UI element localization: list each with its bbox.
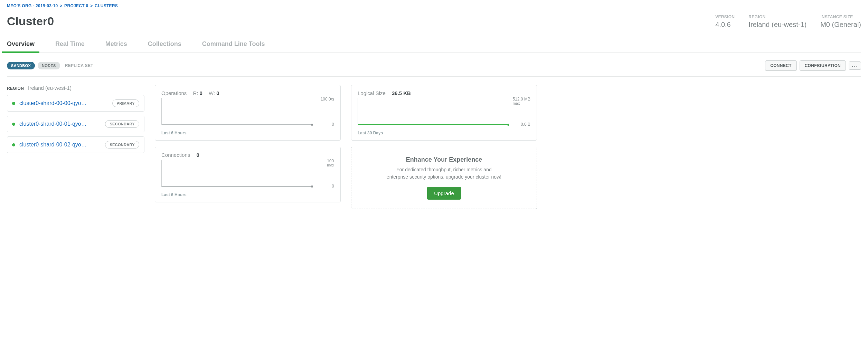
- breadcrumb-sep: >: [59, 3, 63, 8]
- instance-size-value: M0 (General): [820, 21, 861, 29]
- promo-title: Enhance Your Experience: [358, 156, 530, 163]
- breadcrumb-org[interactable]: MEO'S ORG - 2019-03-10: [7, 3, 58, 8]
- operations-axis-top: 100.0/s: [321, 97, 334, 102]
- upgrade-promo-panel: Enhance Your Experience For dedicated th…: [351, 147, 537, 209]
- more-actions-button[interactable]: ···: [849, 61, 861, 70]
- connections-footer: Last 6 Hours: [161, 192, 334, 197]
- operations-r-value: 0: [200, 90, 202, 96]
- logical-size-title: Logical Size: [358, 90, 386, 96]
- shard-role-badge: PRIMARY: [112, 99, 139, 107]
- chart-point-icon: [311, 124, 313, 126]
- operations-w-label: W:: [209, 90, 215, 96]
- tab-metrics[interactable]: Metrics: [105, 38, 127, 52]
- shard-row[interactable]: cluster0-shard-00-01-qyo… SECONDARY: [7, 116, 144, 132]
- region-value: Ireland (eu-west-1): [748, 21, 806, 29]
- connections-axis-top: 100: [327, 159, 334, 163]
- shard-name[interactable]: cluster0-shard-00-02-qyo…: [19, 142, 87, 148]
- shard-role-badge: SECONDARY: [105, 141, 139, 149]
- region-section-label: REGION: [7, 86, 24, 91]
- connections-value: 0: [196, 152, 199, 158]
- status-dot-icon: [12, 102, 15, 105]
- chart-point-icon: [311, 185, 313, 188]
- ellipsis-icon: ···: [852, 63, 858, 69]
- shard-name[interactable]: cluster0-shard-00-01-qyo…: [19, 121, 87, 127]
- shard-name[interactable]: cluster0-shard-00-00-qyo…: [19, 100, 87, 106]
- version-label: VERSION: [715, 15, 735, 19]
- region-section-value: Ireland (eu-west-1): [28, 85, 72, 91]
- status-dot-icon: [12, 143, 15, 146]
- tab-cli-tools[interactable]: Command Line Tools: [202, 38, 265, 52]
- promo-text-line2: enterprise security options, upgrade you…: [387, 174, 501, 180]
- connections-title: Connections: [161, 152, 190, 158]
- shard-row[interactable]: cluster0-shard-00-00-qyo… PRIMARY: [7, 95, 144, 112]
- logical-size-value: 36.5 KB: [392, 90, 411, 96]
- promo-text-line1: For dedicated throughput, richer metrics…: [396, 167, 491, 172]
- chart-line: [358, 124, 509, 125]
- configuration-button[interactable]: CONFIGURATION: [800, 60, 846, 71]
- status-dot-icon: [12, 123, 15, 126]
- operations-chart-panel: Operations R: 0 W: 0 100.0/s 0: [155, 85, 341, 141]
- operations-axis-bot: 0: [332, 122, 334, 127]
- tab-collections[interactable]: Collections: [148, 38, 181, 52]
- logical-size-footer: Last 30 Days: [358, 131, 530, 135]
- connect-button[interactable]: CONNECT: [765, 60, 796, 71]
- breadcrumb-clusters[interactable]: CLUSTERS: [95, 3, 118, 8]
- cluster-meta: VERSION 4.0.6 REGION Ireland (eu-west-1)…: [715, 15, 861, 29]
- operations-w-value: 0: [216, 90, 219, 96]
- connections-axis-top-sub: max: [327, 163, 334, 167]
- logical-size-axis-top: 512.0 MB: [513, 97, 530, 102]
- connections-chart-panel: Connections 0 100 max 0 Last 6 Hours: [155, 147, 341, 202]
- shard-row[interactable]: cluster0-shard-00-02-qyo… SECONDARY: [7, 136, 144, 153]
- page-title: Cluster0: [7, 15, 54, 28]
- chart-line: [162, 186, 313, 187]
- connections-axis-bot: 0: [332, 184, 334, 189]
- chart-line: [162, 124, 313, 125]
- replica-set-label: REPLICA SET: [65, 63, 93, 68]
- breadcrumb-sep: >: [89, 3, 93, 8]
- chart-point-icon: [507, 124, 509, 126]
- version-value: 4.0.6: [715, 21, 735, 29]
- tab-realtime[interactable]: Real Time: [55, 38, 85, 52]
- shard-role-badge: SECONDARY: [105, 120, 139, 128]
- logical-size-chart-panel: Logical Size 36.5 KB 512.0 MB max 0.0 B …: [351, 85, 537, 141]
- nodes-toggle[interactable]: NODES: [38, 62, 60, 69]
- region-label: REGION: [748, 15, 806, 19]
- operations-footer: Last 6 Hours: [161, 131, 334, 135]
- breadcrumb: MEO'S ORG - 2019-03-10 > PROJECT 0 > CLU…: [7, 3, 861, 8]
- operations-r-label: R:: [193, 90, 198, 96]
- instance-size-label: INSTANCE SIZE: [820, 15, 861, 19]
- breadcrumb-project[interactable]: PROJECT 0: [64, 3, 88, 8]
- sandbox-badge: SANDBOX: [7, 62, 35, 69]
- logical-size-axis-top-sub: max: [513, 102, 530, 105]
- tab-overview[interactable]: Overview: [7, 38, 35, 52]
- upgrade-button[interactable]: Upgrade: [427, 187, 461, 200]
- operations-title: Operations: [161, 90, 187, 96]
- logical-size-axis-bot: 0.0 B: [521, 122, 530, 127]
- tab-bar: Overview Real Time Metrics Collections C…: [7, 38, 861, 53]
